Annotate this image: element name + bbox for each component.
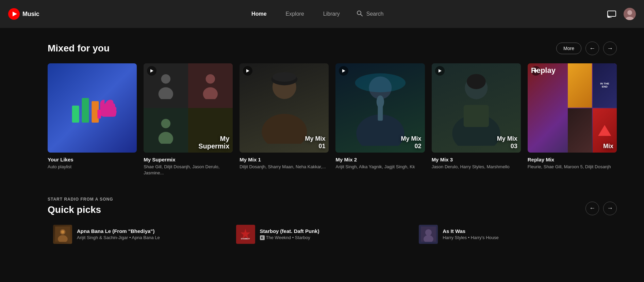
qp-prev-arrow[interactable]: ← (585, 202, 599, 215)
svg-point-21 (272, 72, 296, 82)
search-label: Search (366, 11, 384, 17)
svg-point-33 (467, 74, 486, 89)
quick-picks-controls: ← → (585, 202, 617, 215)
svg-point-16 (161, 119, 171, 128)
svg-point-15 (203, 87, 218, 99)
card-mix3-title: My Mix 3 (432, 157, 521, 162)
qp-sub-starboy: E The Weeknd • Starboy (260, 235, 408, 240)
next-arrow[interactable]: → (603, 42, 617, 55)
svg-point-28 (355, 73, 406, 92)
svg-marker-29 (342, 69, 345, 73)
card-mix3-subtitle: Jason Derulo, Harry Styles, Marshmello (432, 164, 521, 170)
qp-title-apna: Apna Bana Le (From "Bhediya") (77, 228, 225, 234)
section-header-mixed: Mixed for you More ← → (48, 42, 617, 55)
card-my-supermix[interactable]: MySupermix My Supermix Shae Gill, Diljit… (144, 63, 233, 176)
svg-point-17 (159, 132, 173, 144)
mixed-cards-row: Your Likes Auto playlist (48, 63, 617, 176)
svg-point-13 (159, 87, 173, 99)
qp-info-apna: Apna Bana Le (From "Bhediya") Arijit Sin… (77, 228, 225, 240)
search-icon (356, 10, 363, 18)
svg-point-6 (627, 10, 632, 15)
qp-info-starboy: Starboy (feat. Daft Punk) E The Weeknd •… (260, 228, 408, 240)
svg-text:STARBOY: STARBOY (241, 238, 250, 240)
replay-text-overlay: Replay (531, 67, 556, 74)
card-supermix-subtitle: Shae Gill, Diljit Dosanjh, Jason Derulo,… (144, 164, 233, 176)
more-button[interactable]: More (556, 43, 581, 54)
card-replay-title: Replay Mix (528, 157, 617, 162)
your-likes-art (48, 63, 137, 153)
mix3-label: My Mix 03 (497, 135, 517, 150)
supermix-play (147, 66, 156, 76)
cast-icon[interactable] (607, 9, 617, 19)
qp-thumb-starboy: STARBOY (236, 225, 255, 244)
svg-point-44 (425, 229, 432, 236)
logo[interactable]: Music (8, 8, 39, 20)
supermix-label: MySupermix (198, 135, 229, 150)
mix1-label: My Mix 01 (305, 135, 325, 150)
card-my-mix-3[interactable]: My Mix 03 My Mix 3 Jason Derulo, Harry S… (432, 63, 521, 176)
quick-picks-label: START RADIO FROM A SONG (48, 197, 113, 202)
logo-text: Music (22, 11, 39, 18)
qp-title-starboy: Starboy (feat. Daft Punk) (260, 228, 408, 234)
nav-home[interactable]: Home (242, 7, 276, 20)
card-replay-thumb: IN THEEND Replay Mix (528, 63, 617, 153)
mix3-play (435, 66, 445, 76)
svg-line-3 (361, 14, 362, 16)
quick-picks-section: START RADIO FROM A SONG Quick picks ← → (48, 197, 617, 248)
card-my-mix-2[interactable]: My Mix 02 My Mix 2 Arijit Singh, Alka Ya… (335, 63, 425, 176)
qp-title-as-it-was: As It Was (443, 228, 591, 234)
quick-picks-title: Quick picks (48, 204, 113, 215)
replay-mix-label: Mix (603, 143, 613, 150)
nav-right (607, 8, 636, 20)
avatar[interactable] (624, 8, 636, 20)
qp-thumb-apna (53, 225, 72, 244)
yt-music-logo-icon (8, 8, 20, 20)
svg-rect-9 (82, 98, 89, 123)
svg-marker-34 (439, 69, 442, 73)
card-my-mix-1[interactable]: My Mix 01 My Mix 1 Diljit Dosanjh, Sharr… (240, 63, 329, 176)
qp-sub-as-it-was: Harry Styles • Harry's House (443, 235, 591, 240)
svg-marker-18 (150, 69, 153, 73)
svg-rect-11 (98, 110, 101, 119)
qp-item-starboy[interactable]: STARBOY Starboy (feat. Daft Punk) E The … (231, 221, 414, 248)
card-mix2-subtitle: Arijit Singh, Alka Yagnik, Jagjit Singh,… (335, 164, 425, 170)
svg-point-27 (376, 95, 384, 108)
svg-point-12 (161, 74, 171, 84)
svg-marker-23 (246, 69, 249, 73)
mix2-label: My Mix 02 (401, 135, 422, 150)
svg-point-39 (61, 230, 64, 234)
quick-picks-row: Apna Bana Le (From "Bhediya") Arijit Sin… (48, 221, 617, 248)
card-replay-subtitle: Fleurie, Shae Gill, Maroon 5, Diljit Dos… (528, 164, 617, 170)
main-content: Mixed for you More ← → (0, 28, 644, 268)
svg-rect-32 (464, 105, 489, 127)
nav-search[interactable]: Search (349, 6, 391, 22)
prev-arrow[interactable]: ← (585, 42, 599, 55)
card-your-likes-title: Your Likes (48, 157, 137, 162)
mixed-section: Mixed for you More ← → (48, 42, 617, 176)
nav-library[interactable]: Library (314, 7, 349, 20)
svg-rect-8 (72, 106, 79, 123)
card-your-likes-thumb (48, 63, 137, 153)
svg-point-22 (262, 114, 307, 144)
card-supermix-title: My Supermix (144, 157, 233, 162)
qp-item-as-it-was[interactable]: As It Was Harry Styles • Harry's House (413, 221, 596, 248)
mixed-section-title: Mixed for you (48, 43, 110, 54)
explicit-badge: E (260, 235, 265, 240)
qp-next-arrow[interactable]: → (603, 202, 617, 215)
svg-point-14 (206, 74, 215, 84)
card-mix2-thumb: My Mix 02 (335, 63, 425, 153)
nav-links: Home Explore Library Search (242, 6, 390, 22)
card-supermix-thumb: MySupermix (144, 63, 233, 153)
card-mix2-title: My Mix 2 (335, 157, 425, 162)
qp-item-apna-bana-le[interactable]: Apna Bana Le (From "Bhediya") Arijit Sin… (48, 221, 231, 248)
quick-picks-header: START RADIO FROM A SONG Quick picks ← → (48, 197, 617, 215)
card-mix1-subtitle: Diljit Dosanjh, Sharry Maan, Neha Kakkar… (240, 164, 329, 170)
nav-explore[interactable]: Explore (276, 7, 314, 20)
card-your-likes-subtitle: Auto playlist (48, 164, 137, 170)
qp-info-as-it-was: As It Was Harry Styles • Harry's House (443, 228, 591, 240)
card-replay-mix[interactable]: IN THEEND Replay Mix (528, 63, 617, 176)
card-mix1-title: My Mix 1 (240, 157, 329, 162)
card-mix1-thumb: My Mix 01 (240, 63, 329, 153)
card-your-likes[interactable]: Your Likes Auto playlist (48, 63, 137, 176)
svg-rect-4 (608, 11, 616, 16)
